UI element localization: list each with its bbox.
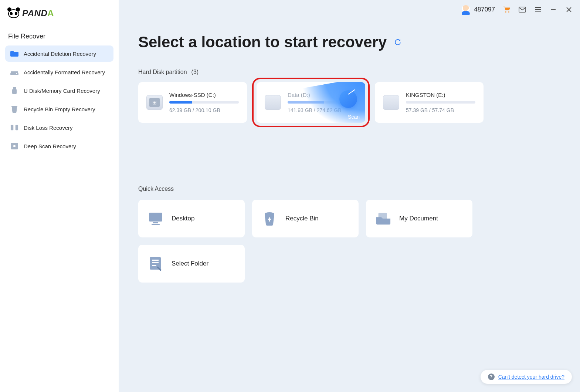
scan-dial-icon [339, 90, 357, 108]
page-title: Select a location to start recovery [138, 33, 558, 51]
quick-card-label: Desktop [172, 215, 194, 222]
sidebar-item-usb[interactable]: U Disk/Memory Card Recovery [5, 82, 113, 99]
svg-rect-12 [153, 222, 158, 223]
help-link[interactable]: Can't detect your hard drive? [498, 374, 564, 380]
quick-card-label: Select Folder [172, 260, 208, 267]
quick-card-select-folder[interactable]: Select Folder [138, 245, 245, 283]
quick-card-label: Recycle Bin [285, 215, 319, 222]
disk-name: Windows-SSD (C:) [169, 92, 239, 98]
sidebar-item-label: Disk Loss Recovery [24, 125, 73, 131]
help-icon: ? [488, 374, 495, 380]
svg-rect-18 [152, 262, 159, 263]
svg-rect-2 [12, 89, 17, 94]
svg-point-14 [265, 212, 274, 215]
scan-icon [10, 142, 18, 150]
usb-icon [10, 87, 18, 94]
select-folder-icon [148, 256, 163, 271]
drive-icon [10, 68, 18, 76]
quick-access-row: Desktop Recycle Bin My Document Select F… [138, 200, 558, 283]
sidebar-item-label: Accidental Deletion Recovery [24, 51, 96, 57]
sidebar-item-label: Accidentally Formatted Recovery [24, 69, 105, 75]
desktop-icon [148, 211, 163, 226]
windows-drive-icon [146, 95, 163, 110]
partitions-count: (3) [191, 69, 199, 75]
disk-split-icon [10, 124, 18, 131]
sidebar-item-accidental-deletion[interactable]: Accidental Deletion Recovery [5, 45, 113, 62]
disk-card-e[interactable]: KINGSTON (E:) 57.39 GB / 57.74 GB [375, 82, 484, 123]
svg-rect-17 [152, 260, 159, 261]
partitions-header: Hard Disk partition (3) [138, 69, 558, 75]
svg-rect-4 [11, 125, 13, 131]
svg-rect-11 [149, 213, 162, 222]
svg-rect-19 [152, 265, 156, 266]
svg-rect-3 [11, 106, 17, 107]
quick-card-recycle-bin[interactable]: Recycle Bin [252, 200, 359, 237]
sidebar: PANDA File Recover Accidental Deletion R… [0, 0, 119, 392]
disk-card-d[interactable]: Data (D:) 141.93 GB / 274.62 GB Scan [257, 82, 365, 123]
help-pill[interactable]: ? Can't detect your hard drive? [481, 370, 572, 384]
main-content: Select a location to start recovery Hard… [119, 0, 580, 392]
disk-usage: 141.93 GB / 274.62 GB [288, 107, 357, 113]
brand-logo: PANDA [5, 7, 113, 26]
quick-access-label: Quick Access [138, 186, 558, 192]
svg-rect-5 [16, 125, 18, 131]
page-title-text: Select a location to start recovery [138, 33, 387, 51]
disk-progress [406, 101, 475, 104]
sidebar-item-disk-loss[interactable]: Disk Loss Recovery [5, 119, 113, 136]
partitions-label: Hard Disk partition [138, 69, 187, 75]
sidebar-item-label: Recycle Bin Empty Recovery [24, 106, 95, 112]
disk-card-c[interactable]: Windows-SSD (C:) 62.39 GB / 200.10 GB [138, 82, 247, 123]
recycle-bin-icon [262, 211, 277, 226]
scan-button-label[interactable]: Scan [348, 114, 360, 120]
disk-cards-row: Windows-SSD (C:) 62.39 GB / 200.10 GB Da… [138, 82, 558, 123]
quick-card-desktop[interactable]: Desktop [138, 200, 245, 237]
svg-point-7 [13, 145, 16, 147]
refresh-icon[interactable] [393, 38, 402, 47]
svg-rect-13 [152, 224, 160, 225]
disk-progress [169, 101, 239, 104]
svg-point-0 [16, 73, 17, 74]
sidebar-item-label: Deep Scan Recovery [24, 143, 76, 149]
sidebar-item-formatted[interactable]: Accidentally Formatted Recovery [5, 64, 113, 80]
sidebar-item-recycle-bin[interactable]: Recycle Bin Empty Recovery [5, 101, 113, 117]
document-folder-icon [376, 211, 391, 226]
sidebar-item-label: U Disk/Memory Card Recovery [24, 88, 100, 94]
quick-card-my-document[interactable]: My Document [366, 200, 472, 237]
drive-icon [265, 95, 281, 110]
sidebar-item-deep-scan[interactable]: Deep Scan Recovery [5, 138, 113, 154]
disk-name: KINGSTON (E:) [406, 92, 475, 98]
panda-icon [8, 9, 19, 18]
quick-card-label: My Document [399, 215, 438, 222]
brand-name: PANDA [22, 8, 54, 18]
folder-icon [10, 50, 18, 57]
trash-icon [10, 105, 18, 113]
sidebar-section-title: File Recover [5, 26, 113, 45]
disk-usage: 57.39 GB / 57.74 GB [406, 107, 475, 113]
drive-icon [383, 95, 399, 110]
disk-usage: 62.39 GB / 200.10 GB [169, 107, 239, 113]
svg-rect-1 [13, 87, 16, 89]
